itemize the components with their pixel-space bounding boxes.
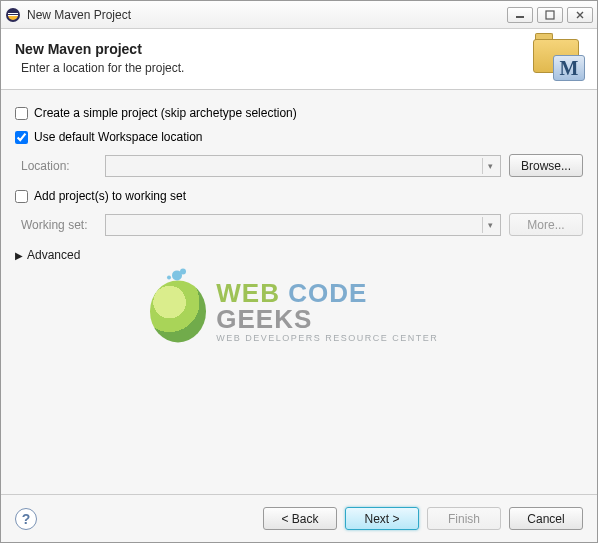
working-set-checkbox-row[interactable]: Add project(s) to working set [15, 189, 583, 203]
chevron-down-icon: ▾ [482, 217, 498, 233]
use-default-checkbox[interactable] [15, 131, 28, 144]
finish-button: Finish [427, 507, 501, 530]
minimize-icon [515, 11, 525, 19]
window-title: New Maven Project [27, 8, 501, 22]
browse-button[interactable]: Browse... [509, 154, 583, 177]
maven-badge: M [553, 55, 585, 81]
watermark-title: WEB CODE GEEKS [216, 280, 448, 332]
use-default-checkbox-row[interactable]: Use default Workspace location [15, 130, 583, 144]
location-label: Location: [21, 159, 97, 173]
use-default-label: Use default Workspace location [34, 130, 203, 144]
svg-rect-4 [546, 11, 554, 19]
maven-folder-icon: M [531, 37, 583, 79]
svg-rect-2 [8, 15, 18, 16]
watermark-logo-icon [150, 280, 206, 342]
titlebar: New Maven Project [1, 1, 597, 29]
wizard-banner: New Maven project Enter a location for t… [1, 29, 597, 90]
next-button[interactable]: Next > [345, 507, 419, 530]
next-label: Next > [364, 512, 399, 526]
svg-rect-3 [516, 16, 524, 18]
cancel-button[interactable]: Cancel [509, 507, 583, 530]
advanced-label: Advanced [27, 248, 80, 262]
watermark-subtitle: WEB DEVELOPERS RESOURCE CENTER [216, 334, 448, 343]
working-set-combo: ▾ [105, 214, 501, 236]
back-label: < Back [281, 512, 318, 526]
wizard-footer: ? < Back Next > Finish Cancel [1, 494, 597, 542]
chevron-right-icon: ▶ [15, 250, 23, 261]
watermark: WEB CODE GEEKS WEB DEVELOPERS RESOURCE C… [150, 280, 448, 343]
help-icon: ? [22, 511, 31, 527]
cancel-label: Cancel [527, 512, 564, 526]
more-button: More... [509, 213, 583, 236]
location-row: Location: ▾ Browse... [21, 154, 583, 177]
simple-project-checkbox[interactable] [15, 107, 28, 120]
eclipse-icon [5, 7, 21, 23]
location-combo: ▾ [105, 155, 501, 177]
svg-rect-1 [8, 13, 18, 14]
chevron-down-icon: ▾ [482, 158, 498, 174]
banner-title: New Maven project [15, 41, 531, 57]
close-button[interactable] [567, 7, 593, 23]
advanced-toggle[interactable]: ▶ Advanced [15, 248, 583, 262]
more-label: More... [527, 218, 564, 232]
close-icon [575, 10, 585, 20]
back-button[interactable]: < Back [263, 507, 337, 530]
browse-label: Browse... [521, 159, 571, 173]
maximize-button[interactable] [537, 7, 563, 23]
working-set-row: Working set: ▾ More... [21, 213, 583, 236]
help-button[interactable]: ? [15, 508, 37, 530]
simple-project-label: Create a simple project (skip archetype … [34, 106, 297, 120]
minimize-button[interactable] [507, 7, 533, 23]
working-set-label: Working set: [21, 218, 97, 232]
working-set-checkbox[interactable] [15, 190, 28, 203]
finish-label: Finish [448, 512, 480, 526]
maximize-icon [545, 10, 555, 20]
banner-subtitle: Enter a location for the project. [21, 61, 531, 75]
working-set-checkbox-label: Add project(s) to working set [34, 189, 186, 203]
wizard-content: Create a simple project (skip archetype … [1, 90, 597, 495]
simple-project-checkbox-row[interactable]: Create a simple project (skip archetype … [15, 106, 583, 120]
